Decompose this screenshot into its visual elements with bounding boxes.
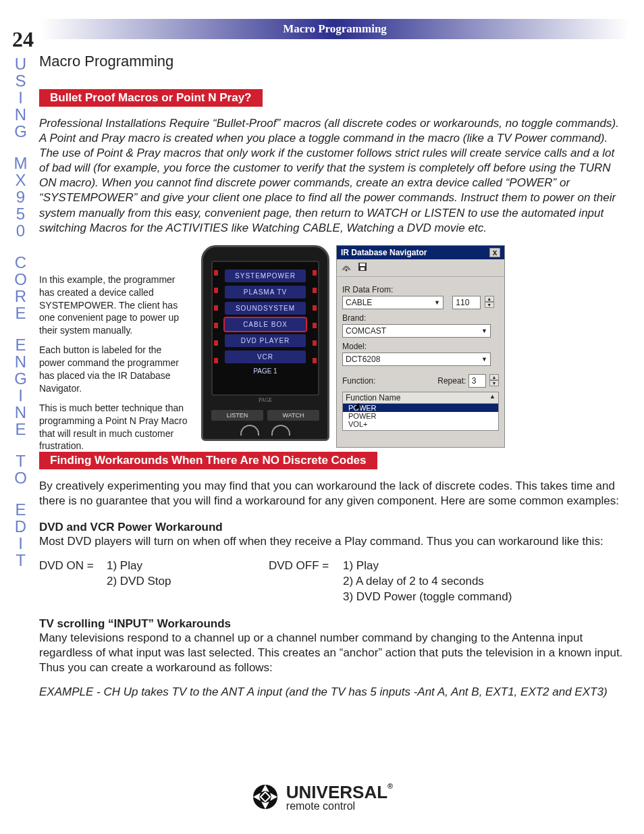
led-icon: [214, 305, 218, 311]
dvd-off-label: DVD OFF =: [269, 558, 343, 574]
dvd-workaround-body: Most DVD players will turn on when off w…: [39, 534, 626, 549]
tv-workaround-example: EXAMPLE - CH Up takes TV to the ANT A in…: [39, 685, 626, 700]
section-title: Macro Programming: [39, 53, 626, 70]
arc-icon: [240, 425, 259, 436]
label-repeat: Repeat:: [437, 376, 466, 386]
arc-icon: [271, 425, 290, 436]
brand-select[interactable]: COMCAST ▼: [342, 324, 491, 338]
footer-logo: UNIVERSAL® remote control: [0, 782, 644, 814]
side-word-mx950: MX950: [12, 155, 30, 239]
label-brand: Brand:: [342, 313, 499, 323]
led-icon: [313, 358, 317, 363]
logo-icon: [251, 783, 279, 811]
subhead-bullet-proof: Bullet Proof Macros or Point N Pray?: [39, 89, 263, 107]
spinner[interactable]: ▲▼: [485, 296, 494, 308]
tv-workaround-heading: TV scrolling “INPUT” Workarounds: [39, 617, 626, 631]
example-caption-2: Each button is labeled for the power com…: [39, 344, 188, 395]
ir-navigator-titlebar: IR Database Navigator x: [337, 246, 504, 259]
ir-data-select[interactable]: CABLE ▼: [342, 296, 444, 309]
remote-page-label: PAGE 1: [225, 367, 306, 375]
remote-btn-cablebox[interactable]: CABLE BOX: [225, 318, 306, 331]
signal-icon[interactable]: [341, 262, 352, 273]
led-icon: [214, 270, 218, 276]
led-icon: [313, 340, 317, 346]
dvd-off-step1: 1) Play: [343, 558, 379, 574]
example-caption-3: This is much better technique than progr…: [39, 402, 188, 453]
remote-page-hint: PAGE: [211, 397, 319, 403]
label-model: Model:: [342, 342, 499, 351]
example-captions: In this example, the programmer has crea…: [39, 273, 188, 460]
close-icon[interactable]: x: [489, 248, 500, 257]
dvd-on-step2: 2) DVD Stop: [107, 574, 171, 590]
example-caption-1: In this example, the programmer has crea…: [39, 273, 188, 337]
dvd-on-step1: 1) Play: [107, 558, 142, 574]
side-word-engine: ENGINE: [12, 336, 30, 438]
led-icon: [214, 288, 218, 293]
ir-data-value: CABLE: [346, 298, 372, 307]
chevron-down-icon: ▼: [489, 380, 499, 386]
chevron-up-icon: ▲: [489, 374, 499, 380]
dvd-workaround-steps: DVD ON =1) Play 2) DVD Stop DVD OFF =1) …: [39, 558, 626, 605]
page-content: Macro Programming Bullet Proof Macros or…: [39, 53, 626, 709]
chevron-down-icon: ▼: [481, 356, 487, 363]
remote-mockup: SYSTEMPOWER PLASMA TV SOUNDSYSTEM CABLE …: [201, 245, 329, 441]
label-ir-data: IR Data From:: [342, 285, 499, 294]
function-list[interactable]: Function Name ▲ POWER POWER VOL+: [342, 392, 499, 431]
label-function: Function:: [342, 376, 375, 386]
repeat-input[interactable]: 3: [468, 374, 486, 388]
tv-workaround-body: Many televisions respond to a channel up…: [39, 631, 626, 675]
header-bar: Macro Programming: [41, 19, 629, 39]
side-rail: USING MX950 CORE ENGINE TO EDIT: [12, 55, 30, 583]
scroll-up-icon[interactable]: ▲: [489, 393, 495, 402]
model-value: DCT6208: [346, 355, 380, 364]
save-icon[interactable]: [357, 262, 368, 273]
led-icon: [214, 323, 218, 328]
led-icon: [313, 305, 317, 311]
ir-navigator-title: IR Database Navigator: [341, 248, 427, 257]
remote-btn-systempower[interactable]: SYSTEMPOWER: [225, 269, 306, 282]
led-icon: [214, 340, 218, 346]
function-item-power[interactable]: POWER: [343, 404, 498, 412]
registered-icon: ®: [387, 782, 393, 790]
remote-listen-button[interactable]: LISTEN: [211, 410, 263, 421]
led-icon: [214, 358, 218, 363]
remote-btn-plasma[interactable]: PLASMA TV: [225, 286, 306, 298]
ir-navigator-window: IR Database Navigator x IR Data From: CA…: [336, 245, 505, 448]
remote-screen: SYSTEMPOWER PLASMA TV SOUNDSYSTEM CABLE …: [211, 261, 319, 396]
page-number: 24: [12, 27, 34, 52]
spinner[interactable]: ▲▼: [489, 374, 499, 386]
side-word-using: USING: [12, 55, 30, 140]
dvd-off-step3: 3) DVD Power (toggle command): [343, 590, 512, 605]
chevron-down-icon: ▼: [481, 328, 487, 334]
led-icon: [313, 270, 317, 276]
intro-paragraph: Professional Installations Require “Bull…: [39, 116, 626, 236]
svg-rect-2: [360, 263, 365, 266]
side-word-core: CORE: [12, 254, 30, 321]
chevron-down-icon: ▼: [434, 299, 440, 306]
function-item-volup[interactable]: VOL+: [343, 420, 498, 428]
dvd-on-label: DVD ON =: [39, 558, 107, 574]
remote-btn-dvdplayer[interactable]: DVD PLAYER: [225, 334, 306, 347]
svg-rect-3: [360, 267, 365, 270]
remote-watch-button[interactable]: WATCH: [267, 410, 319, 421]
brand-value: COMCAST: [346, 326, 386, 336]
led-icon: [313, 323, 317, 328]
led-icon: [313, 288, 317, 293]
side-word-to: TO: [12, 452, 30, 486]
svg-point-0: [346, 269, 348, 271]
model-select[interactable]: DCT6208 ▼: [342, 353, 491, 366]
workarounds-paragraph: By creatively experimenting you may find…: [39, 479, 626, 509]
chevron-down-icon: ▼: [485, 302, 494, 308]
logo-brand: UNIVERSAL: [286, 782, 387, 802]
ir-data-number[interactable]: 110: [452, 296, 481, 309]
chevron-up-icon: ▲: [485, 296, 494, 302]
side-word-edit: EDIT: [12, 501, 30, 569]
function-list-header: Function Name: [346, 393, 400, 402]
dvd-off-step2: 2) A delay of 2 to 4 seconds: [343, 574, 484, 590]
example-figure: In this example, the programmer has crea…: [39, 245, 626, 441]
remote-btn-vcr[interactable]: VCR: [225, 350, 306, 363]
remote-btn-soundsystem[interactable]: SOUNDSYSTEM: [225, 302, 306, 315]
function-item-power2[interactable]: POWER: [343, 412, 498, 420]
dvd-workaround-heading: DVD and VCR Power Workaround: [39, 521, 626, 534]
